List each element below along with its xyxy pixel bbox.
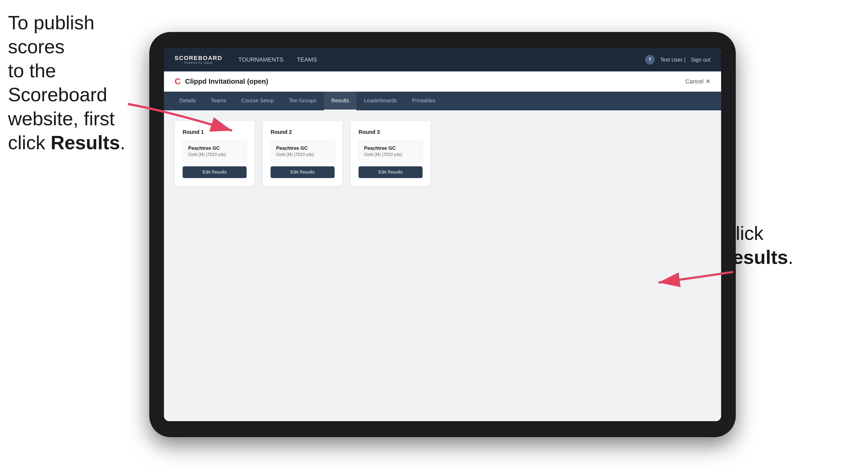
tab-details[interactable]: Details [172, 92, 203, 111]
rounds-grid: Round 1 Peachtree GC Gold (M) (7010 yds)… [175, 121, 710, 186]
round-2-title: Round 2 [271, 129, 335, 135]
tab-printables[interactable]: Printables [404, 92, 443, 111]
course-card-2: Peachtree GC Gold (M) (7010 yds) [271, 141, 335, 162]
close-icon: ✕ [706, 78, 710, 85]
nav-links: TOURNAMENTS TEAMS [238, 55, 317, 64]
nav-teams[interactable]: TEAMS [297, 55, 317, 64]
tab-teams[interactable]: Teams [203, 92, 234, 111]
course-name-2: Peachtree GC [276, 146, 329, 151]
logo: SCOREBOARD Powered by clippd [175, 55, 222, 64]
instruction-left: To publish scores to the Scoreboard webs… [8, 11, 147, 155]
nav-left: SCOREBOARD Powered by clippd TOURNAMENTS… [175, 55, 317, 64]
tournament-title-area: C Clippd Invitational (open) [175, 76, 268, 86]
nav-tournaments[interactable]: TOURNAMENTS [238, 55, 284, 64]
sign-out-link[interactable]: Sign out [691, 57, 710, 63]
round-card-3: Round 3 Peachtree GC Gold (M) (7010 yds)… [350, 121, 431, 186]
round-3-title: Round 3 [359, 129, 423, 135]
course-details-2: Gold (M) (7010 yds) [276, 152, 329, 157]
user-label: Test User | [660, 57, 685, 63]
round-card-1: Round 1 Peachtree GC Gold (M) (7010 yds)… [175, 121, 255, 186]
tablet-screen: SCOREBOARD Powered by clippd TOURNAMENTS… [164, 48, 721, 421]
course-details-1: Gold (M) (7010 yds) [188, 152, 241, 157]
tab-leaderboards[interactable]: Leaderboards [356, 92, 404, 111]
nav-right: T Test User | Sign out [645, 55, 710, 64]
tab-course-setup[interactable]: Course Setup [234, 92, 281, 111]
user-avatar: T [645, 55, 655, 64]
round-1-title: Round 1 [183, 129, 247, 135]
logo-title: SCOREBOARD [175, 55, 222, 61]
round-card-2: Round 2 Peachtree GC Gold (M) (7010 yds)… [262, 121, 343, 186]
course-name-3: Peachtree GC [364, 146, 417, 151]
course-name-1: Peachtree GC [188, 146, 241, 151]
edit-results-button-1[interactable]: Edit Results [183, 166, 247, 178]
edit-results-button-3[interactable]: Edit Results [359, 166, 423, 178]
top-nav: SCOREBOARD Powered by clippd TOURNAMENTS… [164, 48, 721, 71]
course-details-3: Gold (M) (7010 yds) [364, 152, 417, 157]
course-card-3: Peachtree GC Gold (M) (7010 yds) [359, 141, 423, 162]
clippd-logo-c: C [175, 76, 181, 86]
main-content: Round 1 Peachtree GC Gold (M) (7010 yds)… [164, 111, 721, 421]
cancel-button[interactable]: Cancel ✕ [685, 78, 710, 85]
tab-bar: Details Teams Course Setup Tee Groups Re… [164, 92, 721, 111]
tablet-shell: SCOREBOARD Powered by clippd TOURNAMENTS… [149, 32, 736, 437]
logo-subtitle: Powered by clippd [184, 61, 213, 64]
course-card-1: Peachtree GC Gold (M) (7010 yds) [183, 141, 247, 162]
edit-results-button-2[interactable]: Edit Results [271, 166, 335, 178]
tab-tee-groups[interactable]: Tee Groups [281, 92, 323, 111]
tournament-header: C Clippd Invitational (open) Cancel ✕ [164, 71, 721, 92]
tournament-name: Clippd Invitational (open) [185, 77, 268, 86]
tab-results[interactable]: Results [324, 92, 357, 111]
